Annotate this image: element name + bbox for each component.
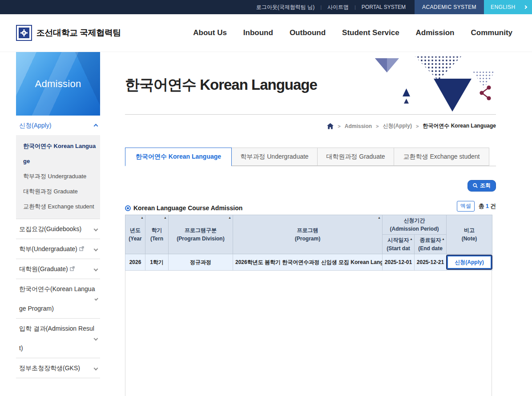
cell-start-date: 2025-12-01 [383,254,415,271]
home-icon[interactable] [327,123,334,129]
sidebar-banner: Admission [16,52,100,116]
sidebar-item-label: 학부(Undergraduate) [19,239,84,259]
cell-note: 신청(Apply) [447,254,492,271]
breadcrumb-separator: > [338,124,340,129]
tab-korean-language[interactable]: 한국어연수 Korean Language [125,148,232,166]
breadcrumb: > Admission > 신청(Apply) > 한국어연수 Korean L… [125,122,496,130]
sidebar-item-undergraduate[interactable]: 학부(Undergraduate) [16,239,100,259]
top-utility-bar: 로그아웃(국제협력팀 님) | 사이트맵 | PORTAL SYSTEM ACA… [0,0,532,14]
submenu-item-undergraduate[interactable]: 학부과정 Undergraduate [16,169,100,184]
main-content: 한국어연수 Korean Language [125,52,496,396]
sort-asc-icon[interactable]: ▲ [410,237,413,240]
sort-asc-icon[interactable]: ▲ [442,237,445,240]
sidebar-item-admission-result[interactable]: 입학 결과(Admission Result) [16,319,100,358]
logout-link[interactable]: 로그아웃(국제협력팀 님) [256,4,314,11]
excel-button[interactable]: 엑셀 [457,201,475,212]
english-language-button[interactable]: ENGLISH [484,0,532,14]
breadcrumb-current: 한국어연수 Korean Language [423,122,496,130]
tab-graduate[interactable]: 대학원과정 Graduate [318,148,394,166]
site-header: 조선대학교 국제협력팀 About Us Inbound Outbound St… [0,14,532,52]
sidebar-banner-title: Admission [35,78,81,90]
cell-program: 2026학년도 봄학기 한국어연수과정 신입생 모집 Korean Langua… [233,254,383,271]
chevron-down-icon [94,247,98,251]
sidebar-item-label: 모집요강(Guidebooks) [19,219,81,239]
search-row: 조회 [125,180,496,192]
col-header-period: 신청기간 (Admission Period) [383,215,447,235]
submenu-item-korean-language[interactable]: 한국어연수 Korean Language [16,139,100,169]
academic-system-button[interactable]: ACADEMIC SYSTEM [415,0,484,14]
search-button-label: 조회 [480,182,491,189]
page-title: 한국어연수 Korean Language [125,75,317,95]
english-label: ENGLISH [491,4,515,10]
cell-end-date: 2025-12-21 [415,254,447,271]
search-icon [473,183,478,188]
cell-year: 2026 [125,254,145,271]
col-header-division[interactable]: 프로그램구분 (Program Division)▲ [169,215,233,254]
nav-community[interactable]: Community [471,28,513,37]
sort-asc-icon[interactable]: ▲ [378,216,381,219]
submenu-item-graduate[interactable]: 대학원과정 Graduate [16,184,100,199]
tab-exchange-student[interactable]: 교환학생 Exchange student [394,148,489,166]
share-icon[interactable] [480,85,491,100]
sidebar-item-apply[interactable]: 신청(Apply) [16,116,100,135]
col-header-end-date[interactable]: 종료일자 (End date▲ [415,235,447,254]
sort-asc-icon[interactable]: ▲ [164,216,167,219]
section-row: Korean Language Course Admission 엑셀 총1건 [125,201,496,212]
total-count-number: 1 [484,203,490,209]
sidebar-item-korean-program[interactable]: 한국어연수(Korean Language Program) [16,279,100,319]
col-header-year[interactable]: 년도 (Year▲ [125,215,145,254]
chevron-down-icon [94,227,98,231]
sidebar-item-label: 한국어연수(Korean Language Program) [19,279,95,318]
chevron-down-icon [94,366,98,370]
col-header-start-date[interactable]: 시작일자 (Start dat▲ [383,235,415,254]
search-button[interactable]: 조회 [468,180,496,192]
section-title-text: Korean Language Course Admission [133,204,242,212]
site-logo[interactable]: 조선대학교 국제협력팀 [16,25,121,41]
table-row: 2026 1학기 정규과정 2026학년도 봄학기 한국어연수과정 신입생 모집… [125,254,492,271]
sort-asc-icon[interactable]: ▲ [141,216,144,219]
topbar-separator: | [320,4,322,10]
logo-text: 조선대학교 국제협력팀 [36,27,121,39]
sidebar-item-label: 입학 결과(Admission Result) [19,319,94,358]
chevron-right-icon [524,5,527,9]
sidebar-item-label: 신청(Apply) [19,116,51,135]
nav-outbound[interactable]: Outbound [290,28,326,37]
tab-bar: 한국어연수 Korean Language 학부과정 Undergraduate… [125,148,496,166]
breadcrumb-separator: > [416,124,419,129]
cell-division: 정규과정 [169,254,233,271]
breadcrumb-admission[interactable]: Admission [345,123,372,129]
sidebar-item-guidebooks[interactable]: 모집요강(Guidebooks) [16,219,100,239]
sidebar-item-gks[interactable]: 정부초청장학생(GKS) [16,358,100,378]
sidebar-item-label: 정부초청장학생(GKS) [19,358,80,378]
nav-student-service[interactable]: Student Service [342,28,399,37]
external-link-icon [70,266,75,271]
list-tools: 엑셀 총1건 [457,201,496,212]
nav-about-us[interactable]: About Us [193,28,227,37]
admission-table: 년도 (Year▲ 학기 (Tern▲ 프로그램구분 (Program Divi… [125,215,492,271]
external-link-icon [79,246,84,251]
col-header-term[interactable]: 학기 (Tern▲ [145,215,169,254]
chevron-up-icon [94,124,98,128]
breadcrumb-apply[interactable]: 신청(Apply) [383,122,412,130]
cell-term: 1학기 [145,254,169,271]
nav-inbound[interactable]: Inbound [243,28,273,37]
chevron-down-icon [94,267,98,271]
section-title: Korean Language Course Admission [125,204,242,212]
sitemap-link[interactable]: 사이트맵 [327,4,349,11]
submenu-item-exchange-student[interactable]: 교환학생 Exchange student [16,199,100,214]
sort-asc-icon[interactable]: ▲ [228,216,231,219]
nav-admission[interactable]: Admission [416,28,455,37]
section-bullet-icon [125,205,131,211]
decorative-triangles [367,56,496,112]
breadcrumb-separator: > [376,124,379,129]
portal-system-link[interactable]: PORTAL SYSTEM [362,4,406,10]
col-header-program[interactable]: 프로그램 (Program)▲ [233,215,383,254]
sidebar-apply-submenu: 한국어연수 Korean Language 학부과정 Undergraduate… [16,135,100,219]
apply-button[interactable]: 신청(Apply) [447,256,492,269]
sidebar-item-graduate[interactable]: 대학원(Graduate) [16,259,100,279]
tab-undergraduate[interactable]: 학부과정 Undergraduate [232,148,318,166]
global-nav: About Us Inbound Outbound Student Servic… [193,28,512,37]
topbar-links: 로그아웃(국제협력팀 님) | 사이트맵 | PORTAL SYSTEM [256,0,415,14]
sidebar-item-label: 대학원(Graduate) [19,259,75,279]
col-header-note: 비고 (Note) [447,215,492,254]
